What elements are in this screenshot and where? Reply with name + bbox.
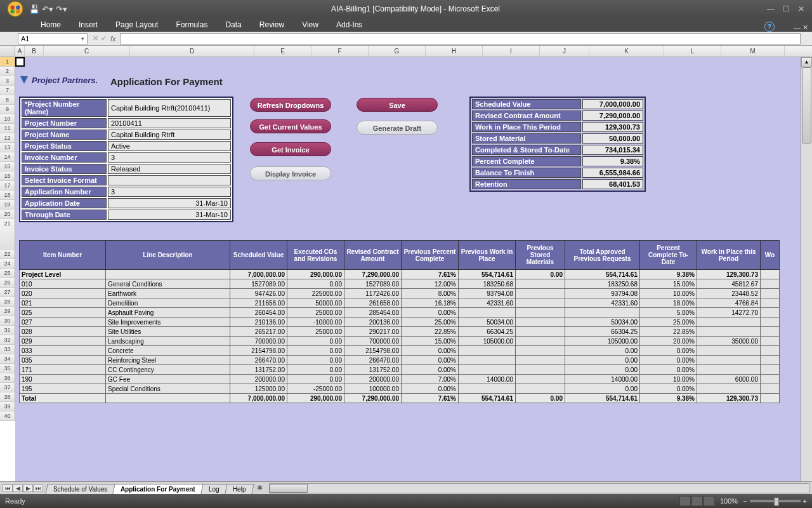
row-header-14[interactable]: 14 (0, 152, 15, 162)
table-cell[interactable]: 45812.67 (697, 279, 761, 289)
table-cell[interactable] (516, 327, 565, 337)
table-cell[interactable]: Project Level (20, 270, 106, 279)
table-cell[interactable]: 105000.00 (459, 337, 516, 346)
row-header-35[interactable]: 35 (0, 364, 15, 373)
ribbon-tab-add-ins[interactable]: Add-Ins (327, 18, 371, 32)
table-cell[interactable]: 18.00% (640, 298, 697, 308)
table-cell[interactable] (761, 308, 780, 318)
table-cell[interactable]: 0.00 (287, 279, 344, 289)
table-cell[interactable]: Total (20, 394, 106, 403)
table-cell[interactable]: 105000.00 (565, 337, 640, 346)
col-header-A[interactable]: A (15, 46, 25, 57)
table-cell[interactable]: 554,714.61 (459, 270, 516, 279)
row-header-37[interactable]: 37 (0, 383, 15, 392)
table-cell[interactable]: 033 (20, 346, 106, 356)
table-cell[interactable]: 15.00% (640, 279, 697, 289)
ribbon-tab-page-layout[interactable]: Page Layout (107, 18, 167, 32)
ribbon-tab-data[interactable]: Data (216, 18, 250, 32)
col-header-L[interactable]: L (664, 46, 721, 57)
page-layout-view-button[interactable] (691, 496, 703, 506)
table-cell[interactable] (516, 346, 565, 356)
row-header-12[interactable]: 12 (0, 133, 15, 143)
table-cell[interactable]: 7,000,000.00 (230, 270, 287, 279)
vertical-scrollbar[interactable]: ▲ ▼ (801, 57, 812, 494)
table-cell[interactable] (761, 327, 780, 337)
row-header-8[interactable]: 8 (0, 95, 15, 105)
ribbon-tab-home[interactable]: Home (32, 18, 70, 32)
table-cell[interactable]: 0.00 (565, 384, 640, 394)
table-cell[interactable]: 7,290,000.00 (344, 394, 402, 403)
table-cell[interactable]: 700000.00 (344, 337, 402, 346)
table-cell[interactable]: 0.00 (287, 337, 344, 346)
table-cell[interactable] (516, 384, 565, 394)
table-cell[interactable]: 5.00% (640, 308, 697, 318)
table-cell[interactable] (459, 384, 516, 394)
table-cell[interactable]: Reinforcing Steel (106, 356, 230, 365)
table-cell[interactable] (516, 308, 565, 318)
table-cell[interactable]: 7.00% (402, 375, 459, 384)
table-cell[interactable]: 0.00% (640, 384, 697, 394)
table-cell[interactable]: 14000.00 (459, 375, 516, 384)
table-cell[interactable]: 93794.08 (459, 289, 516, 298)
info-value[interactable]: 3 (108, 187, 231, 197)
table-cell[interactable] (761, 337, 780, 346)
generate-draft-button[interactable]: Generate Draft (357, 121, 438, 135)
table-cell[interactable]: 0.00 (287, 375, 344, 384)
table-cell[interactable]: 42331.60 (565, 298, 640, 308)
sheet-canvas[interactable]: Project Partners. Application For Paymen… (15, 57, 801, 494)
row-header-15[interactable]: 15 (0, 162, 15, 171)
col-header-E[interactable]: E (254, 46, 311, 57)
table-cell[interactable]: 35000.00 (697, 337, 761, 346)
zoom-out-icon[interactable]: − (743, 497, 747, 505)
save-button[interactable]: Save (357, 98, 438, 112)
table-cell[interactable]: 035 (20, 356, 106, 365)
table-cell[interactable]: 25.00% (402, 318, 459, 327)
table-cell[interactable] (697, 327, 761, 337)
col-header-M[interactable]: M (721, 46, 785, 57)
table-cell[interactable]: 021 (20, 298, 106, 308)
table-cell[interactable] (697, 346, 761, 356)
table-cell[interactable]: 0.00% (402, 356, 459, 365)
table-cell[interactable] (516, 356, 565, 365)
table-cell[interactable] (761, 394, 780, 403)
table-cell[interactable] (697, 384, 761, 394)
ribbon-tab-review[interactable]: Review (251, 18, 293, 32)
col-header-D[interactable]: D (130, 46, 254, 57)
horizontal-scrollbar[interactable] (269, 483, 810, 493)
table-cell[interactable] (516, 318, 565, 327)
table-cell[interactable] (761, 318, 780, 327)
table-cell[interactable]: 700000.00 (230, 337, 287, 346)
table-cell[interactable]: 16.18% (402, 298, 459, 308)
table-cell[interactable]: -25000.00 (287, 384, 344, 394)
table-cell[interactable]: 0.00% (402, 365, 459, 375)
sheet-tab-help[interactable]: Help (225, 484, 254, 494)
row-header-9[interactable]: 9 (0, 105, 15, 114)
table-cell[interactable]: 6000.00 (697, 375, 761, 384)
table-cell[interactable]: 8.00% (402, 289, 459, 298)
row-header-29[interactable]: 29 (0, 307, 15, 316)
info-value[interactable]: Capital Building Rtrft (108, 130, 231, 140)
row-header-30[interactable]: 30 (0, 316, 15, 326)
table-cell[interactable] (697, 356, 761, 365)
table-cell[interactable]: 200136.00 (344, 318, 402, 327)
table-cell[interactable]: 2154798.00 (230, 346, 287, 356)
table-cell[interactable] (459, 308, 516, 318)
table-cell[interactable]: 4766.84 (697, 298, 761, 308)
table-cell[interactable] (761, 384, 780, 394)
table-cell[interactable]: 020 (20, 289, 106, 298)
row-header-20[interactable]: 20 (0, 210, 15, 219)
col-header-G[interactable]: G (369, 46, 426, 57)
row-header-28[interactable]: 28 (0, 297, 15, 307)
table-cell[interactable] (697, 365, 761, 375)
table-cell[interactable] (459, 346, 516, 356)
table-cell[interactable]: Landscaping (106, 337, 230, 346)
table-cell[interactable]: 0.00% (402, 346, 459, 356)
table-cell[interactable] (516, 279, 565, 289)
table-cell[interactable]: 12.00% (402, 279, 459, 289)
table-cell[interactable]: 15.00% (402, 337, 459, 346)
close-button[interactable]: ✕ (794, 4, 808, 13)
table-cell[interactable]: 100000.00 (344, 384, 402, 394)
info-value[interactable]: 31-Mar-10 (108, 210, 231, 220)
formula-input[interactable] (120, 33, 801, 44)
table-cell[interactable]: 66304.25 (459, 327, 516, 337)
